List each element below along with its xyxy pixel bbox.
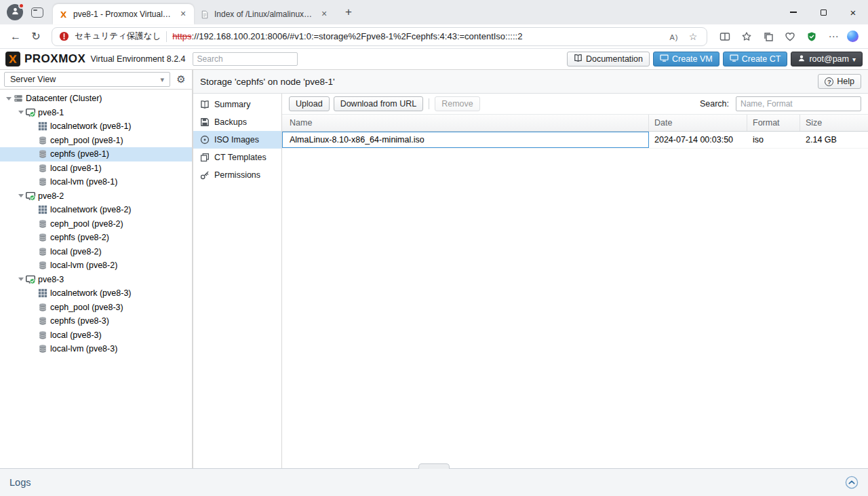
expander-icon[interactable] bbox=[16, 111, 26, 114]
logs-panel-header[interactable]: Logs bbox=[0, 468, 868, 496]
user-icon bbox=[797, 54, 806, 64]
database-icon bbox=[38, 247, 47, 256]
browser-tab-proxmox[interactable]: pve8-1 - Proxmox Virtual Environ bbox=[53, 4, 194, 24]
favorites-icon[interactable] bbox=[738, 28, 755, 45]
tree-item-localnetwork-pve8-3[interactable]: localnetwork (pve8-3) bbox=[0, 286, 192, 301]
column-header-size[interactable]: Size bbox=[800, 115, 868, 131]
tree-item-label: ceph_pool (pve8-2) bbox=[50, 219, 123, 229]
node-icon bbox=[26, 275, 35, 284]
create-vm-button[interactable]: Create VM bbox=[653, 52, 719, 66]
view-selector[interactable]: Server View bbox=[4, 72, 170, 87]
tree-item-ceph-pool-pve8-1[interactable]: ceph_pool (pve8-1) bbox=[0, 134, 192, 148]
tab-close-icon[interactable] bbox=[178, 9, 189, 20]
expander-icon[interactable] bbox=[16, 278, 26, 281]
help-button[interactable]: Help bbox=[818, 74, 861, 89]
iso-search-input[interactable] bbox=[736, 96, 861, 111]
header-actions: Documentation Create VM Create CT root@p… bbox=[567, 52, 863, 66]
global-search-input[interactable] bbox=[193, 52, 298, 66]
logs-resize-handle[interactable] bbox=[418, 463, 450, 469]
database-icon bbox=[38, 219, 47, 229]
tree-item-pve8-2[interactable]: pve8-2 bbox=[0, 189, 192, 204]
chevron-up-icon[interactable] bbox=[845, 476, 859, 489]
read-aloud-icon[interactable] bbox=[667, 31, 681, 42]
maximize-button[interactable] bbox=[808, 0, 838, 24]
minimize-icon bbox=[790, 12, 797, 12]
back-button[interactable] bbox=[5, 27, 26, 46]
create-ct-button[interactable]: Create CT bbox=[723, 52, 788, 66]
upload-button[interactable]: Upload bbox=[289, 96, 330, 111]
security-label[interactable]: セキュリティ保護なし bbox=[75, 31, 161, 42]
tree-item-localnetwork-pve8-1[interactable]: localnetwork (pve8-1) bbox=[0, 119, 192, 134]
download-from-url-button[interactable]: Download from URL bbox=[334, 96, 424, 111]
menu-item-label: Permissions bbox=[214, 170, 260, 180]
menu-item-permissions[interactable]: Permissions bbox=[193, 166, 281, 184]
key-icon bbox=[200, 170, 210, 180]
new-tab-button[interactable] bbox=[340, 4, 357, 20]
browser-essentials-icon[interactable] bbox=[782, 28, 798, 45]
documentation-button[interactable]: Documentation bbox=[567, 52, 650, 66]
create-vm-label: Create VM bbox=[672, 54, 713, 64]
menu-item-backups[interactable]: Backups bbox=[193, 113, 281, 131]
tree-item-label: local-lvm (pve8-3) bbox=[50, 344, 117, 354]
user-label: root@pam bbox=[809, 54, 849, 64]
tree-item-label: cephfs (pve8-2) bbox=[50, 233, 109, 242]
browser-tab-index[interactable]: Index of /Linux/almalinux/8/isos/ bbox=[194, 4, 335, 24]
tree-item-pve8-1[interactable]: pve8-1 bbox=[0, 106, 192, 120]
address-field[interactable]: セキュリティ保護なし https://192.168.100.201:8006/… bbox=[52, 27, 707, 46]
tree-item-local-lvm-pve8-2[interactable]: local-lvm (pve8-2) bbox=[0, 259, 192, 273]
menu-item-summary[interactable]: Summary bbox=[193, 96, 281, 113]
favorite-star-icon[interactable] bbox=[686, 31, 700, 42]
expander-icon[interactable] bbox=[16, 194, 26, 197]
tab-title: pve8-1 - Proxmox Virtual Environ bbox=[73, 9, 173, 19]
tree-item-ceph-pool-pve8-2[interactable]: ceph_pool (pve8-2) bbox=[0, 217, 192, 231]
url-scheme: https bbox=[172, 31, 191, 41]
column-header-format[interactable]: Format bbox=[747, 115, 800, 131]
split-screen-icon[interactable] bbox=[717, 28, 733, 45]
remove-button[interactable]: Remove bbox=[435, 96, 480, 111]
gear-icon[interactable] bbox=[174, 73, 188, 85]
tree-item-local-lvm-pve8-1[interactable]: local-lvm (pve8-1) bbox=[0, 175, 192, 189]
minimize-button[interactable] bbox=[778, 0, 808, 24]
tree-item-pve8-3[interactable]: pve8-3 bbox=[0, 273, 192, 287]
user-menu-button[interactable]: root@pam bbox=[791, 52, 863, 66]
tab-title: Index of /Linux/almalinux/8/isos/ bbox=[214, 9, 314, 19]
shield-check-icon[interactable] bbox=[804, 28, 820, 45]
network-icon bbox=[38, 205, 47, 214]
tree-item-datacenter-cluster[interactable]: Datacenter (Cluster) bbox=[0, 92, 192, 106]
proxmox-favicon-icon bbox=[58, 9, 68, 20]
tree-item-label: local (pve8-2) bbox=[50, 247, 102, 256]
profile-avatar[interactable] bbox=[7, 4, 23, 20]
collections-icon[interactable] bbox=[760, 28, 776, 45]
tree-item-local-lvm-pve8-3[interactable]: local-lvm (pve8-3) bbox=[0, 342, 192, 356]
tree-item-label: ceph_pool (pve8-1) bbox=[50, 136, 123, 145]
cd-icon bbox=[200, 135, 210, 145]
tree-item-local-pve8-1[interactable]: local (pve8-1) bbox=[0, 161, 192, 176]
column-header-date[interactable]: Date bbox=[649, 115, 747, 131]
copy-icon bbox=[200, 153, 210, 162]
maximize-icon bbox=[821, 9, 827, 16]
tree-item-cephfs-pve8-3[interactable]: cephfs (pve8-3) bbox=[0, 314, 192, 328]
menu-item-ct-templates[interactable]: CT Templates bbox=[193, 149, 281, 166]
tab-actions-icon[interactable] bbox=[31, 7, 43, 18]
refresh-button[interactable] bbox=[26, 27, 46, 46]
tab-close-icon[interactable] bbox=[319, 9, 330, 20]
table-row[interactable]: AlmaLinux-8.10-x86_64-minimal.iso2024-07… bbox=[282, 132, 868, 149]
close-button[interactable] bbox=[838, 0, 868, 24]
tree-item-local-pve8-3[interactable]: local (pve8-3) bbox=[0, 328, 192, 343]
tree-item-local-pve8-2[interactable]: local (pve8-2) bbox=[0, 245, 192, 259]
tree-item-cephfs-pve8-2[interactable]: cephfs (pve8-2) bbox=[0, 231, 192, 245]
book-icon bbox=[574, 54, 583, 64]
iso-toolbar: Upload Download from URL Remove Search: bbox=[282, 94, 868, 114]
server-icon bbox=[14, 94, 23, 103]
tree-item-label: cephfs (pve8-3) bbox=[50, 316, 109, 326]
tree-item-ceph-pool-pve8-3[interactable]: ceph_pool (pve8-3) bbox=[0, 301, 192, 315]
copilot-icon[interactable] bbox=[847, 31, 859, 42]
content-panel: Storage 'cephfs' on node 'pve8-1' Help S… bbox=[193, 70, 868, 468]
menu-item-iso-images[interactable]: ISO Images bbox=[193, 131, 281, 149]
cell-size: 2.14 GB bbox=[800, 132, 868, 148]
tree-item-localnetwork-pve8-2[interactable]: localnetwork (pve8-2) bbox=[0, 203, 192, 217]
column-header-name[interactable]: Name bbox=[282, 115, 649, 131]
expander-icon[interactable] bbox=[4, 97, 14, 100]
settings-menu-icon[interactable] bbox=[825, 28, 842, 45]
tree-item-cephfs-pve8-1[interactable]: cephfs (pve8-1) bbox=[0, 147, 192, 161]
